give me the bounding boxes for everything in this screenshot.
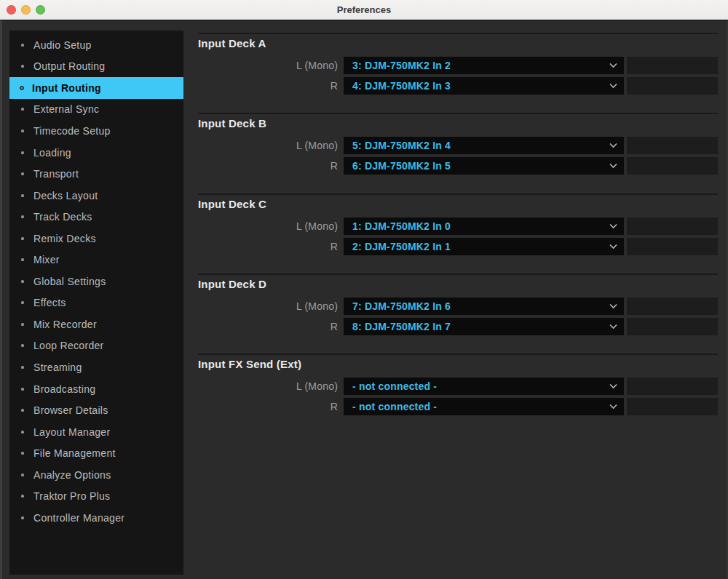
sidebar-item-mixer[interactable]: Mixer [9, 249, 183, 271]
chevron-down-icon [609, 404, 617, 410]
sidebar-item-layout-manager[interactable]: Layout Manager [9, 421, 183, 443]
select-value: 5: DJM-750MK2 In 4 [352, 140, 451, 151]
section-title: Input Deck C [198, 198, 266, 210]
sidebar-item-label: Audio Setup [33, 39, 92, 51]
sidebar-item-label: Browser Details [33, 404, 108, 416]
sidebar-item-label: Loading [33, 147, 71, 159]
close-icon[interactable] [7, 5, 16, 15]
input-level-meter [627, 238, 718, 255]
input-channel-select[interactable]: 6: DJM-750MK2 In 5 [344, 157, 624, 175]
input-channel-select[interactable]: 7: DJM-750MK2 In 6 [344, 298, 624, 315]
input-channel-select[interactable]: 3: DJM-750MK2 In 2 [344, 57, 624, 74]
sidebar-item-label: Mixer [33, 254, 60, 265]
select-value: 3: DJM-750MK2 In 2 [352, 60, 451, 71]
select-value: - not connected - [352, 380, 437, 392]
sidebar-item-label: Traktor Pro Plus [33, 490, 110, 502]
minimize-icon[interactable] [21, 5, 31, 15]
input-level-meter [627, 378, 718, 395]
channel-row: R 2: DJM-750MK2 In 1 [198, 238, 718, 255]
sidebar-item-remix-decks[interactable]: Remix Decks [9, 228, 183, 249]
input-channel-select[interactable]: 8: DJM-750MK2 In 7 [344, 318, 624, 335]
sidebar-item-track-decks[interactable]: Track Decks [9, 206, 183, 228]
input-channel-select[interactable]: 4: DJM-750MK2 In 3 [344, 77, 624, 95]
bullet-icon [21, 194, 24, 197]
sidebar-item-loading[interactable]: Loading [9, 142, 183, 164]
channel-row: R 8: DJM-750MK2 In 7 [198, 318, 718, 335]
input-channel-select[interactable]: 2: DJM-750MK2 In 1 [344, 238, 624, 255]
channel-label: L (Mono) [198, 378, 338, 395]
channel-label: L (Mono) [198, 57, 338, 74]
sidebar-item-timecode-setup[interactable]: Timecode Setup [9, 120, 183, 142]
content: Input Deck A L (Mono) 3: DJM-750MK2 In 2… [198, 20, 718, 579]
bullet-icon [21, 301, 24, 304]
input-level-meter [627, 137, 718, 154]
sidebar-item-mix-recorder[interactable]: Mix Recorder [9, 314, 183, 335]
window-controls [7, 5, 45, 15]
select-value: 7: DJM-750MK2 In 6 [352, 300, 451, 312]
chevron-down-icon [609, 63, 617, 68]
chevron-down-icon [609, 324, 617, 329]
input-channel-select[interactable]: - not connected - [344, 398, 624, 415]
channel-label: L (Mono) [198, 217, 338, 235]
input-channel-select[interactable]: 5: DJM-750MK2 In 4 [344, 137, 624, 154]
chevron-down-icon [609, 143, 617, 148]
channel-row: L (Mono) 3: DJM-750MK2 In 2 [198, 57, 718, 74]
channel-label: R [198, 77, 338, 95]
bullet-icon [21, 215, 24, 218]
sidebar-item-label: Timecode Setup [33, 125, 111, 137]
input-channel-select[interactable]: - not connected - [344, 378, 624, 395]
sidebar-item-streaming[interactable]: Streaming [9, 356, 183, 378]
channel-label: L (Mono) [198, 298, 338, 315]
sidebar-item-broadcasting[interactable]: Broadcasting [9, 378, 183, 400]
sidebar-item-analyze-options[interactable]: Analyze Options [9, 464, 183, 486]
sidebar-item-decks-layout[interactable]: Decks Layout [9, 185, 183, 207]
sidebar-item-input-routing[interactable]: Input Routing [9, 77, 183, 99]
section-title: Input FX Send (Ext) [198, 358, 301, 370]
sidebar-item-traktor-pro-plus[interactable]: Traktor Pro Plus [9, 485, 183, 507]
sidebar-item-label: Loop Recorder [33, 340, 104, 351]
sidebar-item-label: Global Settings [33, 276, 106, 287]
sidebar-item-label: External Sync [33, 103, 99, 115]
channel-row: R - not connected - [198, 398, 718, 415]
chevron-down-icon [609, 164, 617, 169]
sidebar-item-label: Streaming [33, 362, 82, 373]
bullet-icon [21, 495, 24, 498]
bullet-icon [21, 409, 24, 412]
channel-label: R [198, 157, 338, 175]
sidebar-item-controller-manager[interactable]: Controller Manager [9, 507, 183, 529]
input-level-meter [627, 298, 718, 315]
input-level-meter [627, 57, 718, 74]
sidebar-item-audio-setup[interactable]: Audio Setup [9, 34, 183, 56]
channel-row: L (Mono) 1: DJM-750MK2 In 0 [198, 217, 718, 235]
input-level-meter [627, 157, 718, 175]
bullet-icon [21, 151, 24, 154]
bullet-icon [21, 431, 24, 434]
sidebar-item-label: Decks Layout [33, 190, 98, 201]
bullet-icon [21, 474, 24, 476]
sidebar-item-external-sync[interactable]: External Sync [9, 99, 183, 121]
sidebar-item-browser-details[interactable]: Browser Details [9, 399, 183, 421]
zoom-icon[interactable] [36, 5, 45, 15]
sidebar-item-output-routing[interactable]: Output Routing [9, 56, 183, 78]
section-input-deck-c: Input Deck C L (Mono) 1: DJM-750MK2 In 0… [198, 193, 718, 257]
channel-row: R 4: DJM-750MK2 In 3 [198, 77, 718, 95]
select-value: 2: DJM-750MK2 In 1 [352, 241, 451, 252]
channel-row: L (Mono) 5: DJM-750MK2 In 4 [198, 137, 718, 154]
sidebar-item-file-management[interactable]: File Management [9, 442, 183, 464]
window-title: Preferences [0, 0, 728, 20]
sidebar-item-global-settings[interactable]: Global Settings [9, 271, 183, 292]
section-input-deck-a: Input Deck A L (Mono) 3: DJM-750MK2 In 2… [198, 33, 718, 97]
titlebar: Preferences [0, 0, 728, 20]
sidebar: Audio Setup Output Routing Input Routing… [9, 31, 183, 575]
sidebar-item-effects[interactable]: Effects [9, 292, 183, 314]
section-title: Input Deck A [198, 37, 266, 49]
input-channel-select[interactable]: 1: DJM-750MK2 In 0 [344, 217, 624, 235]
channel-label: R [198, 238, 338, 255]
sidebar-item-transport[interactable]: Transport [9, 163, 183, 185]
select-value: 8: DJM-750MK2 In 7 [352, 321, 451, 332]
input-level-meter [627, 77, 718, 95]
sidebar-item-label: Output Routing [33, 60, 105, 72]
select-value: 1: DJM-750MK2 In 0 [352, 220, 451, 232]
sidebar-item-loop-recorder[interactable]: Loop Recorder [9, 335, 183, 357]
chevron-down-icon [609, 244, 617, 249]
